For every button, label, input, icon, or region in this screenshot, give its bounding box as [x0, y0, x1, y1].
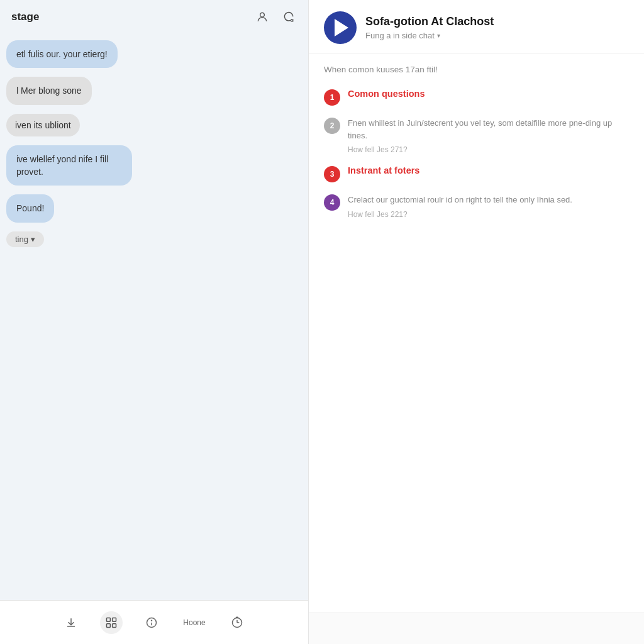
faq-body-1: Comon questions: [348, 89, 425, 99]
svg-rect-1: [107, 618, 111, 621]
intro-text: When comon kuuses 17an ftil!: [324, 64, 629, 76]
right-content: When comon kuuses 17an ftil! 1 Comon que…: [309, 53, 644, 613]
right-panel: Sofa-gotion At Clachost Fung a in side c…: [308, 0, 644, 644]
play-icon: [335, 19, 348, 36]
hoone-btn-wrap: Hoone: [180, 611, 208, 634]
faq-title-3: Instrant at foters: [348, 165, 419, 175]
faq-item-4[interactable]: 4 Crelact our guctomial roulr id on righ…: [324, 194, 629, 219]
faq-number-1: 1: [324, 89, 340, 106]
faq-body-4: Crelact our guctomial roulr id on right …: [348, 194, 572, 219]
faq-title-1: Comon questions: [348, 89, 425, 99]
download-icon[interactable]: [60, 611, 82, 634]
message-2: l Mer blong sone: [6, 77, 92, 104]
bottom-bar: Hoone: [0, 600, 308, 644]
left-header: stage: [0, 0, 308, 34]
faq-number-4: 4: [324, 194, 340, 211]
faq-meta-4: How fell Jes 221?: [348, 210, 572, 219]
svg-rect-4: [113, 623, 116, 627]
faq-desc-4: Crelact our guctomial roulr id on right …: [348, 194, 572, 206]
profile-icon[interactable]: [254, 9, 270, 25]
right-header: Sofa-gotion At Clachost Fung a in side c…: [309, 0, 644, 53]
subtitle-dropdown[interactable]: Fung a in side chat ▾: [365, 31, 494, 40]
faq-item-2[interactable]: 2 Fnen whillest in Juln/stecrent you vel…: [324, 117, 629, 154]
svg-rect-3: [107, 623, 111, 627]
avatar: [324, 11, 357, 44]
faq-meta-2: How fell Jes 271?: [348, 145, 629, 154]
tag-pill[interactable]: ting ▾: [6, 231, 44, 247]
faq-number-2: 2: [324, 118, 340, 134]
info-btn-wrap: [140, 611, 163, 634]
message-5: Pound!: [6, 194, 54, 222]
message-4: ive wlellef yond nife I fill provet.: [6, 145, 132, 186]
faq-item-3[interactable]: 3 Instrant at foters: [324, 165, 629, 182]
faq-body-3: Instrant at foters: [348, 165, 419, 175]
faq-body-2: Fnen whillest in Juln/stecrent you vel t…: [348, 117, 629, 154]
left-panel-title: stage: [11, 11, 39, 23]
svg-rect-2: [113, 618, 116, 621]
home-icon[interactable]: [100, 611, 123, 634]
timer-btn-wrap: [226, 611, 248, 634]
hoone-button[interactable]: Hoone: [180, 611, 208, 634]
header-info: Sofa-gotion At Clachost Fung a in side c…: [365, 15, 494, 40]
timer-icon[interactable]: [226, 611, 248, 634]
message-3: iven its ubliont: [6, 114, 80, 136]
message-1: etl fulis our. your etierg!: [6, 40, 118, 68]
home-btn-wrap: [100, 611, 123, 634]
chevron-down-icon: ▾: [437, 32, 440, 39]
faq-item-1[interactable]: 1 Comon questions: [324, 89, 629, 106]
download-btn-wrap: [60, 611, 82, 634]
info-icon[interactable]: [140, 611, 163, 634]
faq-section: 1 Comon questions 2 Fnen whillest in Jul…: [324, 89, 629, 219]
bot-title: Sofa-gotion At Clachost: [365, 15, 494, 28]
svg-point-0: [260, 13, 265, 17]
refresh-icon[interactable]: [280, 9, 297, 25]
chat-area: etl fulis our. your etierg! l Mer blong …: [0, 34, 308, 600]
faq-number-3: 3: [324, 166, 340, 182]
right-footer: [309, 613, 644, 644]
faq-desc-2: Fnen whillest in Juln/stecrent you vel t…: [348, 117, 629, 142]
left-panel: stage etl fulis our. your etierg! l Mer …: [0, 0, 308, 644]
